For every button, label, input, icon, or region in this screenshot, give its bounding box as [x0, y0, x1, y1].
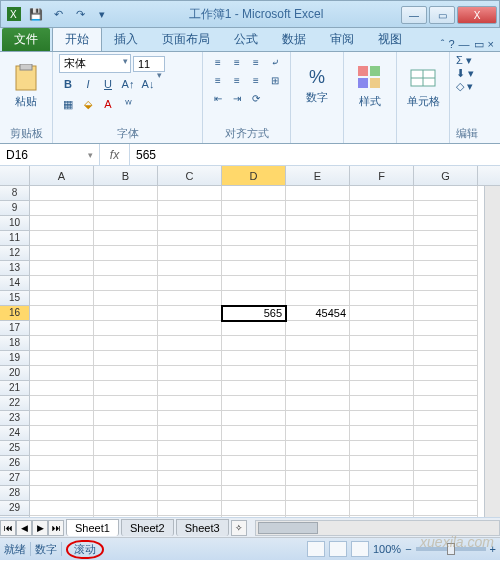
cell-B18[interactable]	[94, 336, 158, 351]
cell-G19[interactable]	[414, 351, 478, 366]
cell-F27[interactable]	[350, 471, 414, 486]
cell-C22[interactable]	[158, 396, 222, 411]
cell-D10[interactable]	[222, 216, 286, 231]
cell-C21[interactable]	[158, 381, 222, 396]
cell-F24[interactable]	[350, 426, 414, 441]
row-header[interactable]: 30	[0, 516, 30, 518]
row-header[interactable]: 25	[0, 441, 30, 456]
tab-view[interactable]: 视图	[366, 28, 414, 51]
cell-D30[interactable]	[222, 516, 286, 518]
cell-G30[interactable]	[414, 516, 478, 518]
cell-F11[interactable]	[350, 231, 414, 246]
row-header[interactable]: 24	[0, 426, 30, 441]
cell-E23[interactable]	[286, 411, 350, 426]
cell-C30[interactable]	[158, 516, 222, 518]
row-header[interactable]: 23	[0, 411, 30, 426]
cell-F8[interactable]	[350, 186, 414, 201]
qat-dropdown-icon[interactable]: ▾	[93, 5, 111, 23]
name-box[interactable]: D16	[0, 144, 100, 165]
sheet-tab-1[interactable]: Sheet1	[66, 519, 119, 536]
row-header[interactable]: 18	[0, 336, 30, 351]
cell-E20[interactable]	[286, 366, 350, 381]
fill-color-button[interactable]: ⬙	[79, 95, 97, 113]
cell-D25[interactable]	[222, 441, 286, 456]
cell-G17[interactable]	[414, 321, 478, 336]
cell-A10[interactable]	[30, 216, 94, 231]
cell-E10[interactable]	[286, 216, 350, 231]
row-header[interactable]: 26	[0, 456, 30, 471]
cell-B12[interactable]	[94, 246, 158, 261]
cell-F25[interactable]	[350, 441, 414, 456]
col-header-D[interactable]: D	[222, 166, 286, 185]
cell-E27[interactable]	[286, 471, 350, 486]
align-bottom-icon[interactable]: ≡	[247, 54, 265, 70]
close-button[interactable]: X	[457, 6, 497, 24]
tab-file[interactable]: 文件	[2, 28, 50, 51]
cell-B24[interactable]	[94, 426, 158, 441]
styles-button[interactable]: 样式	[350, 54, 390, 118]
cell-A16[interactable]	[30, 306, 94, 321]
cell-E9[interactable]	[286, 201, 350, 216]
cell-D13[interactable]	[222, 261, 286, 276]
font-size-combo[interactable]: 11	[133, 56, 165, 72]
cell-A23[interactable]	[30, 411, 94, 426]
cell-E18[interactable]	[286, 336, 350, 351]
row-header[interactable]: 29	[0, 501, 30, 516]
tab-data[interactable]: 数据	[270, 28, 318, 51]
cell-C16[interactable]	[158, 306, 222, 321]
cell-B27[interactable]	[94, 471, 158, 486]
cell-A13[interactable]	[30, 261, 94, 276]
row-header[interactable]: 10	[0, 216, 30, 231]
cell-G26[interactable]	[414, 456, 478, 471]
undo-icon[interactable]: ↶	[49, 5, 67, 23]
row-header[interactable]: 8	[0, 186, 30, 201]
cell-F19[interactable]	[350, 351, 414, 366]
cell-B22[interactable]	[94, 396, 158, 411]
cell-E30[interactable]	[286, 516, 350, 518]
cell-C10[interactable]	[158, 216, 222, 231]
cell-C8[interactable]	[158, 186, 222, 201]
sheet-nav-prev[interactable]: ◀	[16, 520, 32, 536]
cell-D12[interactable]	[222, 246, 286, 261]
view-normal-button[interactable]	[307, 541, 325, 557]
cell-F26[interactable]	[350, 456, 414, 471]
phonetic-button[interactable]: ᵂ	[119, 95, 137, 113]
cell-F16[interactable]	[350, 306, 414, 321]
merge-icon[interactable]: ⊞	[266, 72, 284, 88]
row-header[interactable]: 11	[0, 231, 30, 246]
cell-G10[interactable]	[414, 216, 478, 231]
cell-D19[interactable]	[222, 351, 286, 366]
cell-F28[interactable]	[350, 486, 414, 501]
cell-B14[interactable]	[94, 276, 158, 291]
italic-button[interactable]: I	[79, 75, 97, 93]
align-middle-icon[interactable]: ≡	[228, 54, 246, 70]
cell-A17[interactable]	[30, 321, 94, 336]
cell-F9[interactable]	[350, 201, 414, 216]
cell-D8[interactable]	[222, 186, 286, 201]
cell-A27[interactable]	[30, 471, 94, 486]
cell-B30[interactable]	[94, 516, 158, 518]
cell-A28[interactable]	[30, 486, 94, 501]
indent-dec-icon[interactable]: ⇤	[209, 90, 227, 106]
cell-G15[interactable]	[414, 291, 478, 306]
cell-G9[interactable]	[414, 201, 478, 216]
cell-F14[interactable]	[350, 276, 414, 291]
cell-D9[interactable]	[222, 201, 286, 216]
cell-F22[interactable]	[350, 396, 414, 411]
redo-icon[interactable]: ↷	[71, 5, 89, 23]
select-all-corner[interactable]	[0, 166, 30, 185]
tab-formulas[interactable]: 公式	[222, 28, 270, 51]
row-header[interactable]: 20	[0, 366, 30, 381]
cell-A11[interactable]	[30, 231, 94, 246]
cell-B8[interactable]	[94, 186, 158, 201]
align-left-icon[interactable]: ≡	[209, 72, 227, 88]
maximize-button[interactable]: ▭	[429, 6, 455, 24]
cell-A26[interactable]	[30, 456, 94, 471]
cell-C24[interactable]	[158, 426, 222, 441]
cell-B13[interactable]	[94, 261, 158, 276]
align-right-icon[interactable]: ≡	[247, 72, 265, 88]
doc-min-icon[interactable]: —	[459, 38, 470, 51]
cell-D27[interactable]	[222, 471, 286, 486]
cell-C25[interactable]	[158, 441, 222, 456]
row-header[interactable]: 14	[0, 276, 30, 291]
